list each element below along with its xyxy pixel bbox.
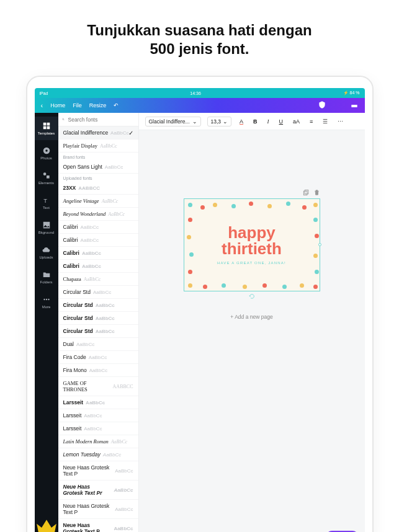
svg-rect-0 <box>43 123 46 126</box>
crown-icon[interactable] <box>35 516 58 532</box>
font-color-button[interactable]: A <box>238 117 245 126</box>
side-tabs: Templates Photos Elements T Text Bkgroun… <box>35 113 58 532</box>
font-item[interactable]: Circular StdAaBbCc <box>58 299 138 312</box>
chevron-down-icon: ⌄ <box>192 118 197 125</box>
svg-rect-1 <box>47 123 50 126</box>
svg-rect-9 <box>43 222 50 229</box>
more-icon <box>42 295 51 304</box>
font-dropdown[interactable]: Glacial Indiffere... ⌄ <box>145 117 201 126</box>
bottom-bar: 88% Help ? <box>279 528 365 532</box>
download-icon[interactable] <box>334 100 343 110</box>
chevron-down-icon: ⌄ <box>223 118 228 125</box>
font-item[interactable]: Lemon TuesdayAaBbCc <box>58 448 138 461</box>
rotate-handle[interactable] <box>249 291 255 302</box>
hero-banner: Tunjukkan suasana hati dengan 500 jenis … <box>0 0 399 76</box>
svg-rect-15 <box>303 191 307 195</box>
delete-page-icon[interactable] <box>313 187 320 198</box>
add-page-button[interactable]: + Add a new page <box>184 314 320 320</box>
publish-icon[interactable] <box>318 100 326 110</box>
duplicate-page-icon[interactable] <box>303 187 310 198</box>
more-text-button[interactable]: ⋯ <box>336 117 345 126</box>
font-item[interactable]: Neue Haas Grotesk Text PrAaBbCc <box>58 481 138 500</box>
svg-point-10 <box>43 299 45 300</box>
font-item[interactable]: Neue Haas Grotesk Text PAaBbCc <box>58 500 138 519</box>
tab-more[interactable]: More <box>35 290 58 314</box>
artboard-tools <box>303 187 320 198</box>
font-search-input[interactable] <box>68 117 135 123</box>
svg-point-13 <box>62 118 63 120</box>
confetti-dots <box>184 199 320 291</box>
font-item[interactable]: CalibriAaBbCc <box>58 260 138 273</box>
background-icon <box>42 221 51 229</box>
font-item[interactable]: Angeline VintageAaBbCc <box>58 195 138 208</box>
font-search-row <box>58 113 138 126</box>
clock: 14:36 <box>190 91 201 95</box>
font-size-dropdown[interactable]: 13,3 ⌄ <box>207 117 232 126</box>
text-toolbar: Glacial Indiffere... ⌄ 13,3 ⌄ A B I U aA… <box>139 113 365 130</box>
font-item[interactable]: DualAaBbCc <box>58 338 138 351</box>
font-item[interactable]: Fira MonoAaBbCc <box>58 364 138 377</box>
tab-uploads[interactable]: Uploads <box>35 241 58 264</box>
font-item[interactable]: LarsseitAaBbCc <box>58 409 138 422</box>
font-item[interactable]: Latin Modern RomanAaBbCc <box>58 435 138 448</box>
svg-rect-3 <box>47 126 50 130</box>
alignment-button[interactable]: ≡ <box>308 117 315 126</box>
artboard-wrapper: happythirtieth HAVE A GREAT ONE, JANNA! … <box>184 198 320 320</box>
battery-pct: ⚡ 84 % <box>343 91 360 95</box>
menu-home[interactable]: Home <box>50 102 65 109</box>
share-icon[interactable] <box>350 100 359 110</box>
app-screen: iPad 14:36 ⚡ 84 % ‹ Home File Resize ↶ <box>35 88 365 532</box>
tab-photos[interactable]: Photos <box>35 141 58 165</box>
folders-icon <box>42 270 51 279</box>
menu-file[interactable]: File <box>73 102 82 109</box>
tab-templates[interactable]: Templates <box>35 117 58 140</box>
design-card[interactable]: happythirtieth HAVE A GREAT ONE, JANNA! <box>184 198 320 291</box>
list-button[interactable]: ☰ <box>321 117 330 126</box>
font-item[interactable]: Glacial IndifferenceAaBbCc✓ <box>58 126 138 140</box>
font-item[interactable]: 23XXAABBCC <box>58 182 138 195</box>
undo-icon[interactable]: ↶ <box>114 102 119 109</box>
font-item[interactable]: GAME OF THRONESAABBCC <box>58 377 138 396</box>
font-item[interactable]: Beyond WonderlandAaBbCc <box>58 208 138 221</box>
font-item[interactable]: Fira CodeAaBbCc <box>58 351 138 364</box>
photos-icon <box>42 146 51 155</box>
font-item[interactable]: LarsseitAaBbCc <box>58 396 138 409</box>
font-item[interactable]: Open Sans LightAaBbCc <box>58 161 138 174</box>
underline-button[interactable]: U <box>277 117 285 126</box>
menu-resize[interactable]: Resize <box>89 102 107 109</box>
back-icon[interactable]: ‹ <box>41 102 43 109</box>
tab-text[interactable]: T Text <box>35 191 58 215</box>
search-icon <box>62 116 65 123</box>
tablet-frame: iPad 14:36 ⚡ 84 % ‹ Home File Resize ↶ <box>26 76 374 532</box>
case-button[interactable]: aA <box>291 117 302 126</box>
status-bar: iPad 14:36 ⚡ 84 % <box>35 88 365 98</box>
resize-handle[interactable] <box>318 243 321 246</box>
font-item[interactable]: Neue Haas Grotesk Text PAaBbCc <box>58 461 138 481</box>
elements-icon <box>42 171 51 180</box>
svg-rect-2 <box>43 126 46 130</box>
font-item[interactable]: CalibriAaBbCc <box>58 247 138 260</box>
bold-button[interactable]: B <box>251 117 259 126</box>
font-item[interactable]: Neue Haas Grotesk Text PAaBbCc <box>58 519 138 532</box>
font-item[interactable]: ChapazaAaBbCc <box>58 273 138 286</box>
font-item[interactable]: CalibriAaBbCc <box>58 234 138 247</box>
italic-button[interactable]: I <box>266 117 271 126</box>
font-list[interactable]: Glacial IndifferenceAaBbCc✓Playfair Disp… <box>58 126 138 532</box>
canvas-area: Glacial Indiffere... ⌄ 13,3 ⌄ A B I U aA… <box>139 113 365 532</box>
tab-elements[interactable]: Elements <box>35 166 58 190</box>
font-item[interactable]: Circular StdAaBbCc <box>58 325 138 338</box>
device-label: iPad <box>40 91 48 95</box>
font-item[interactable]: Circular StdAaBbCc <box>58 286 138 299</box>
svg-point-12 <box>48 299 49 300</box>
font-item[interactable]: LarsseitAaBbCc <box>58 422 138 435</box>
tab-background[interactable]: Bkground <box>35 216 58 239</box>
canvas[interactable]: happythirtieth HAVE A GREAT ONE, JANNA! … <box>139 130 365 532</box>
tab-folders[interactable]: Folders <box>35 265 58 289</box>
svg-rect-7 <box>47 175 50 179</box>
font-item[interactable]: Circular StdAaBbCc <box>58 312 138 325</box>
font-item[interactable]: CalibriAaBbCc <box>58 221 138 234</box>
svg-point-5 <box>45 149 48 152</box>
font-item[interactable]: Playfair DisplayAaBbCc <box>58 140 138 153</box>
hero-title: Tunjukkan suasana hati dengan 500 jenis … <box>25 21 374 58</box>
templates-icon <box>42 122 51 130</box>
